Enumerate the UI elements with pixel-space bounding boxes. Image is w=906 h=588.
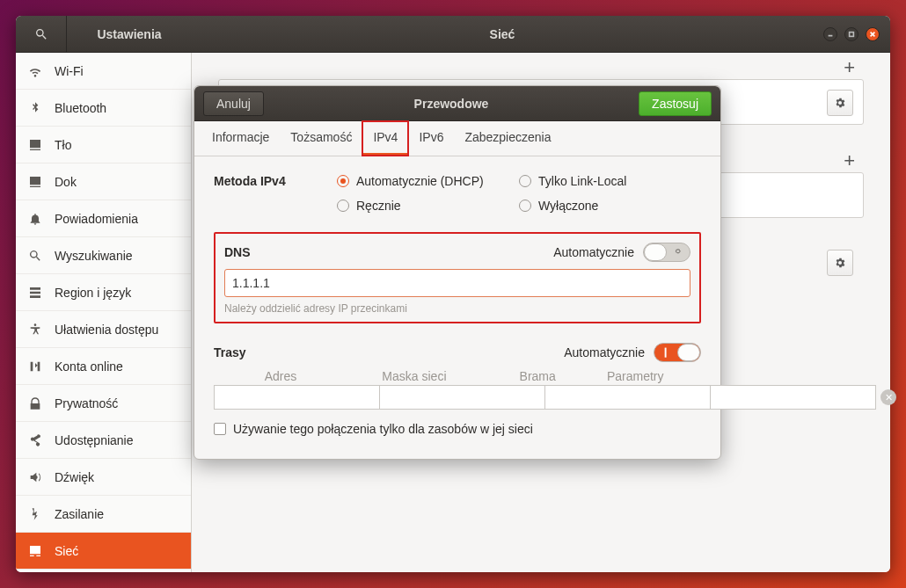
titlebar: Ustawienia Sieć (16, 16, 890, 53)
sidebar-item-label: Wyszukiwanie (55, 249, 133, 263)
only-resources-row[interactable]: Używanie tego połączenia tylko dla zasob… (214, 422, 701, 436)
settings-gear-button-2[interactable] (827, 250, 853, 276)
route-addr-input[interactable] (214, 385, 379, 410)
gear-icon (834, 97, 846, 109)
tab-informacje[interactable]: Informacje (201, 121, 280, 156)
routes-section: Trasy Automatycznie Adres Maska sieci Br… (214, 343, 701, 436)
wifi-icon (28, 64, 42, 78)
cancel-button[interactable]: Anuluj (203, 91, 264, 116)
sidebar-item-label: Ułatwienia dostępu (55, 323, 158, 337)
checkbox-icon (214, 423, 226, 435)
radio-icon (519, 200, 531, 212)
routes-label: Trasy (214, 345, 564, 359)
dns-auto-toggle[interactable] (643, 243, 690, 262)
svg-rect-1 (850, 32, 854, 36)
sidebar-item-background[interactable]: Tło (16, 127, 191, 163)
bluetooth-icon (28, 101, 42, 115)
dialog-body: Metoda IPv4 Automatycznie (DHCP) Tylko L… (194, 156, 720, 459)
dns-hint: Należy oddzielić adresy IP przecinkami (224, 302, 690, 315)
route-metric-input[interactable] (710, 385, 876, 410)
apply-button[interactable]: Zastosuj (639, 91, 712, 116)
only-resources-label: Używanie tego połączenia tylko dla zasob… (233, 422, 533, 436)
route-gw-input[interactable] (544, 385, 710, 410)
sidebar-item-wifi[interactable]: Wi-Fi (16, 53, 191, 90)
routes-auto-label: Automatycznie (564, 345, 645, 359)
tab-ipv6[interactable]: IPv6 (408, 121, 454, 156)
sidebar-item-sound[interactable]: Dźwięk (16, 459, 191, 496)
radio-icon (337, 175, 349, 187)
sidebar-item-network[interactable]: Sieć (16, 533, 191, 570)
radio-icon (337, 200, 349, 212)
tab-zabezpieczenia[interactable]: Zabezpieczenia (454, 121, 561, 156)
sharing-icon (28, 433, 42, 447)
sidebar-item-search[interactable]: Wyszukiwanie (16, 237, 191, 274)
sidebar-item-label: Konta online (55, 359, 123, 374)
bell-icon (28, 212, 42, 226)
tab-ipv4[interactable]: IPv4 (362, 121, 408, 156)
method-off-radio[interactable]: Wyłączone (519, 199, 701, 213)
accounts-icon (28, 359, 42, 374)
sidebar-item-label: Tło (55, 138, 71, 152)
route-mask-input[interactable] (379, 385, 544, 410)
network-icon (28, 544, 42, 558)
sidebar-item-label: Prywatność (55, 396, 118, 410)
settings-gear-button[interactable] (827, 90, 853, 116)
sidebar-item-region[interactable]: Region i język (16, 274, 191, 311)
radio-icon (519, 175, 531, 187)
dns-auto-label: Automatycznie (553, 245, 634, 259)
search-button[interactable] (16, 16, 67, 52)
routes-col-addr: Adres (214, 369, 347, 383)
region-icon (28, 286, 42, 300)
sidebar-item-bluetooth[interactable]: Bluetooth (16, 90, 191, 127)
maximize-button[interactable] (844, 27, 859, 41)
sidebar-item-dock[interactable]: Dok (16, 163, 191, 200)
routes-row: ✕ (214, 385, 701, 410)
routes-col-metric: Parametry (594, 369, 676, 383)
method-label: Metoda IPv4 (214, 174, 337, 188)
routes-col-mask: Maska sieci (347, 369, 481, 383)
add-connection-button-2[interactable]: + (844, 149, 855, 172)
connection-dialog: Anuluj Przewodowe Zastosuj InformacjeToż… (194, 85, 721, 460)
route-delete-button[interactable]: ✕ (880, 389, 896, 405)
sidebar-item-label: Dźwięk (55, 470, 94, 484)
sound-icon (28, 470, 42, 484)
search-icon (28, 249, 42, 263)
sidebar-item-label: Powiadomienia (55, 212, 138, 226)
dock-icon (28, 175, 42, 189)
method-linklocal-radio[interactable]: Tylko Link-Local (519, 174, 701, 188)
sidebar-item-power[interactable]: Zasilanie (16, 496, 191, 533)
sidebar-item-label: Bluetooth (55, 101, 106, 115)
ipv4-method-section: Metoda IPv4 Automatycznie (DHCP) Tylko L… (214, 174, 701, 213)
dns-label: DNS (224, 245, 553, 259)
close-button[interactable] (866, 27, 880, 41)
sidebar-item-bell[interactable]: Powiadomienia (16, 200, 191, 237)
sidebar: Wi-FiBluetoothTłoDokPowiadomieniaWyszuki… (16, 53, 192, 572)
dialog-title: Przewodowe (264, 97, 639, 111)
sidebar-item-label: Region i język (55, 286, 131, 300)
sidebar-item-accessibility[interactable]: Ułatwienia dostępu (16, 311, 191, 348)
power-icon (28, 507, 42, 521)
background-icon (28, 138, 42, 152)
sidebar-item-accounts[interactable]: Konta online (16, 348, 191, 385)
accessibility-icon (28, 323, 42, 337)
add-connection-button[interactable]: + (844, 56, 855, 79)
gear-icon (834, 257, 846, 269)
method-manual-radio[interactable]: Ręcznie (337, 199, 519, 213)
method-auto-radio[interactable]: Automatycznie (DHCP) (337, 174, 519, 188)
sidebar-item-privacy[interactable]: Prywatność (16, 385, 191, 422)
search-icon (34, 27, 48, 41)
dialog-titlebar: Anuluj Przewodowe Zastosuj (194, 86, 720, 121)
sidebar-item-label: Wi-Fi (55, 64, 84, 78)
minimize-button[interactable] (823, 27, 837, 41)
sidebar-item-sharing[interactable]: Udostępnianie (16, 422, 191, 459)
dns-section: DNS Automatycznie Należy oddzielić adres… (214, 232, 701, 323)
routes-col-gw: Brama (481, 369, 595, 383)
sidebar-item-label: Sieć (55, 544, 78, 558)
routes-auto-toggle[interactable] (654, 343, 701, 362)
sidebar-item-label: Zasilanie (55, 507, 104, 521)
tab-tożsamość[interactable]: Tożsamość (280, 121, 362, 156)
window-controls (813, 27, 890, 41)
dns-input[interactable] (224, 269, 690, 297)
sidebar-item-label: Dok (55, 175, 77, 189)
page-title: Sieć (192, 27, 813, 41)
